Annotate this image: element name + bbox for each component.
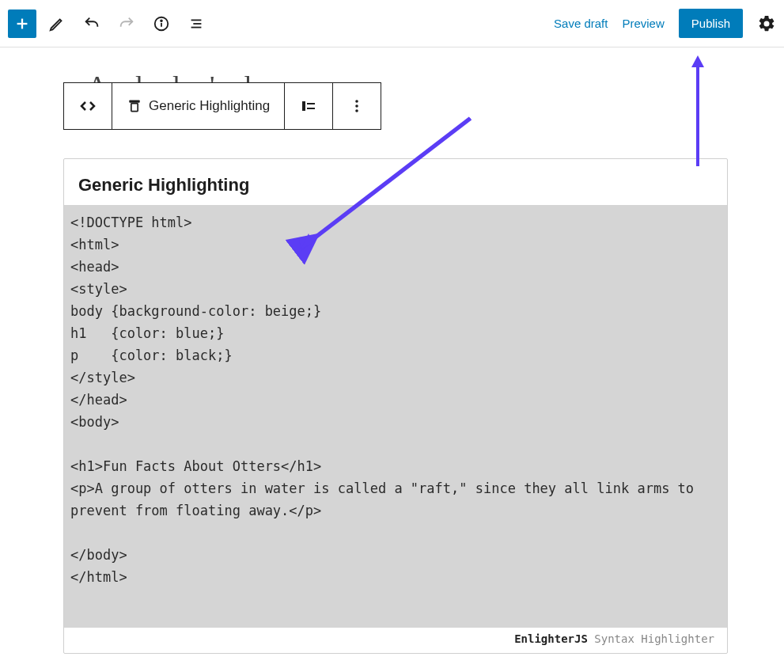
add-block-button[interactable] <box>8 9 36 38</box>
svg-rect-10 <box>302 101 305 111</box>
info-icon <box>153 15 170 32</box>
more-options-button[interactable] <box>333 83 381 129</box>
gear-icon <box>757 14 776 33</box>
code-editor[interactable]: <!DOCTYPE html> <html> <head> <style> bo… <box>64 205 727 628</box>
more-vertical-icon <box>347 97 366 116</box>
align-icon <box>299 97 318 116</box>
svg-rect-9 <box>131 104 138 112</box>
block-footer: EnlighterJS Syntax Highlighter <box>64 632 727 645</box>
editor-canvas: A l l ' l Generic Highlighting Generic H… <box>0 47 784 654</box>
preview-button[interactable]: Preview <box>622 17 664 30</box>
svg-point-4 <box>161 20 162 21</box>
svg-point-14 <box>355 104 358 108</box>
undo-icon <box>83 15 100 32</box>
svg-point-15 <box>355 109 358 112</box>
block-name-label: Generic Highlighting <box>149 98 270 114</box>
svg-rect-8 <box>129 101 139 103</box>
redo-button <box>112 9 141 38</box>
settings-button[interactable] <box>757 14 776 33</box>
edit-mode-button[interactable] <box>43 9 71 38</box>
block-toolbar: Generic Highlighting <box>63 82 381 130</box>
svg-rect-12 <box>307 108 315 109</box>
block-heading: Generic Highlighting <box>64 175 727 205</box>
svg-rect-11 <box>307 103 315 104</box>
outline-button[interactable] <box>182 9 210 38</box>
publish-button[interactable]: Publish <box>679 9 743 38</box>
list-icon <box>187 15 205 32</box>
footer-brand: EnlighterJS <box>514 632 588 645</box>
block-name-button[interactable]: Generic Highlighting <box>112 83 285 129</box>
code-block[interactable]: Generic Highlighting <!DOCTYPE html> <ht… <box>63 158 728 654</box>
editor-topbar: Save draft Preview Publish <box>0 0 784 47</box>
code-icon <box>78 97 97 116</box>
redo-icon <box>118 15 135 32</box>
undo-button[interactable] <box>78 9 106 38</box>
block-type-button[interactable] <box>64 83 112 129</box>
highlighter-icon <box>127 98 142 114</box>
topbar-right: Save draft Preview Publish <box>554 9 776 38</box>
footer-text: Syntax Highlighter <box>588 632 714 645</box>
save-draft-button[interactable]: Save draft <box>554 17 608 30</box>
svg-point-13 <box>355 100 358 103</box>
info-button[interactable] <box>147 9 176 38</box>
align-button[interactable] <box>285 83 333 129</box>
plus-icon <box>13 15 31 32</box>
topbar-left <box>8 9 210 38</box>
pencil-icon <box>48 15 66 32</box>
